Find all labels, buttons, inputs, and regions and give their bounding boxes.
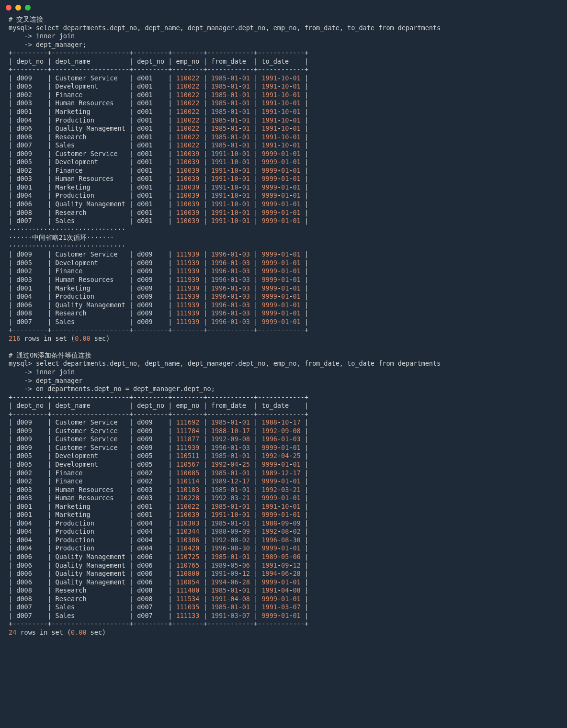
- table-row: | d005 | Development | d001 | 110022 | 1…: [9, 82, 308, 90]
- window-titlebar: [0, 0, 567, 13]
- table-row: | d009 | Customer Service | d009 | 11169…: [9, 418, 308, 426]
- table-row: | d003 | Human Resources | d003 | 110183…: [9, 486, 308, 493]
- table-row: | d007 | Sales | d001 | 110022 | 1985-01…: [9, 141, 308, 149]
- table-row: | d004 | Production | d004 | 110386 | 19…: [9, 536, 308, 544]
- terminal-window: # 交叉连接 mysql> select departments.dept_no…: [0, 0, 567, 645]
- table-row: | d007 | Sales | d009 | 111939 | 1996-01…: [9, 318, 308, 325]
- sql-prompt-line: -> on departments.dept_no = dept_manager…: [9, 385, 215, 392]
- table-row: | d005 | Development | d009 | 111939 | 1…: [9, 259, 308, 267]
- sql-prompt-line: -> inner join: [9, 368, 75, 376]
- table-row: | d003 | Human Resources | d009 | 111939…: [9, 276, 308, 283]
- table-row: | d001 | Marketing | d001 | 110022 | 198…: [9, 503, 308, 510]
- table-row: | d009 | Customer Service | d001 | 11002…: [9, 74, 308, 82]
- table-row: | d009 | Customer Service | d009 | 11193…: [9, 444, 308, 451]
- table-row: | d006 | Quality Management | d001 | 110…: [9, 124, 308, 132]
- table-row: | d003 | Human Resources | d003 | 110228…: [9, 494, 308, 502]
- table-header-row: | dept_no | dept_name | dept_no | emp_no…: [9, 402, 308, 409]
- table-separator: +---------+--------------------+--------…: [9, 326, 308, 334]
- table-row: | d006 | Quality Management | d001 | 110…: [9, 200, 308, 208]
- sql-comment: # 通过ON添加条件等值连接: [9, 351, 91, 359]
- sql-prompt-line: mysql> select departments.dept_no, dept_…: [9, 359, 441, 367]
- table-row: | d008 | Research | d009 | 111939 | 1996…: [9, 309, 308, 317]
- table-row: | d007 | Sales | d001 | 110039 | 1991-10…: [9, 217, 308, 224]
- table-row: | d005 | Development | d005 | 110511 | 1…: [9, 452, 308, 459]
- table-row: | d008 | Research | d008 | 111400 | 1985…: [9, 586, 308, 594]
- sql-prompt-line: -> inner join: [9, 32, 75, 40]
- table-separator: +---------+--------------------+--------…: [9, 393, 308, 401]
- table-row: | d009 | Customer Service | d009 | 11193…: [9, 250, 308, 258]
- table-row: | d009 | Customer Service | d009 | 11178…: [9, 427, 308, 435]
- table-row: | d006 | Quality Management | d006 | 110…: [9, 561, 308, 569]
- table-row: | d008 | Research | d008 | 111534 | 1991…: [9, 595, 308, 603]
- table-row: | d004 | Production | d004 | 110344 | 19…: [9, 527, 308, 535]
- table-row: | d004 | Production | d001 | 110022 | 19…: [9, 116, 308, 124]
- table-row: | d009 | Customer Service | d009 | 11187…: [9, 435, 308, 443]
- sql-comment: # 交叉连接: [9, 15, 43, 23]
- table-row: | d008 | Research | d001 | 110039 | 1991…: [9, 209, 308, 216]
- table-row: | d003 | Human Resources | d001 | 110039…: [9, 175, 308, 182]
- table-row: | d001 | Marketing | d001 | 110039 | 199…: [9, 183, 308, 191]
- omission-line: ······························: [9, 225, 125, 233]
- close-icon[interactable]: [6, 5, 11, 11]
- result-footer: 24 rows in set (0.00 sec): [9, 628, 106, 636]
- terminal-output[interactable]: # 交叉连接 mysql> select departments.dept_no…: [0, 13, 567, 645]
- table-row: | d004 | Production | d009 | 111939 | 19…: [9, 292, 308, 300]
- table-row: | d006 | Quality Management | d006 | 110…: [9, 570, 308, 577]
- table-separator: +---------+--------------------+--------…: [9, 49, 308, 56]
- table-row: | d001 | Marketing | d001 | 110039 | 199…: [9, 511, 308, 518]
- table-row: | d001 | Marketing | d001 | 110022 | 198…: [9, 108, 308, 115]
- table-row: | d004 | Production | d004 | 110303 | 19…: [9, 519, 308, 527]
- table-separator: +---------+--------------------+--------…: [9, 66, 308, 73]
- table-row: | d002 | Finance | d002 | 110114 | 1989-…: [9, 477, 308, 485]
- table-row: | d002 | Finance | d001 | 110022 | 1985-…: [9, 91, 308, 99]
- table-row: | d006 | Quality Management | d006 | 110…: [9, 553, 308, 560]
- table-row: | d004 | Production | d001 | 110039 | 19…: [9, 191, 308, 199]
- table-row: | d007 | Sales | d007 | 111133 | 1991-03…: [9, 612, 308, 619]
- table-row: | d008 | Research | d001 | 110022 | 1985…: [9, 133, 308, 141]
- table-row: | d006 | Quality Management | d009 | 111…: [9, 301, 308, 309]
- sql-prompt-line: -> dept_manager: [9, 377, 82, 384]
- sql-prompt-line: mysql> select departments.dept_no, dept_…: [9, 24, 441, 32]
- omission-line: ······························: [9, 242, 125, 250]
- sql-prompt-line: -> dept_manager;: [9, 41, 87, 48]
- result-footer: 216 rows in set (0.00 sec): [9, 335, 110, 342]
- table-separator: +---------+--------------------+--------…: [9, 620, 308, 627]
- table-row: | d002 | Finance | d002 | 110085 | 1985-…: [9, 469, 308, 477]
- table-row: | d001 | Marketing | d009 | 111939 | 199…: [9, 284, 308, 292]
- table-row: | d007 | Sales | d007 | 111035 | 1985-01…: [9, 603, 308, 611]
- table-row: | d002 | Finance | d001 | 110039 | 1991-…: [9, 167, 308, 174]
- table-row: | d005 | Development | d001 | 110039 | 1…: [9, 158, 308, 166]
- minimize-icon[interactable]: [15, 5, 21, 11]
- table-header-row: | dept_no | dept_name | dept_no | emp_no…: [9, 57, 308, 65]
- table-row: | d006 | Quality Management | d006 | 110…: [9, 578, 308, 586]
- table-row: | d004 | Production | d004 | 110420 | 19…: [9, 544, 308, 552]
- table-row: | d005 | Development | d005 | 110567 | 1…: [9, 460, 308, 468]
- table-separator: +---------+--------------------+--------…: [9, 410, 308, 418]
- table-row: | d009 | Customer Service | d001 | 11003…: [9, 150, 308, 157]
- maximize-icon[interactable]: [25, 5, 31, 11]
- table-row: | d002 | Finance | d009 | 111939 | 1996-…: [9, 267, 308, 275]
- omission-line: ······中间省略21次循环·······: [9, 234, 114, 241]
- table-row: | d003 | Human Resources | d001 | 110022…: [9, 99, 308, 107]
